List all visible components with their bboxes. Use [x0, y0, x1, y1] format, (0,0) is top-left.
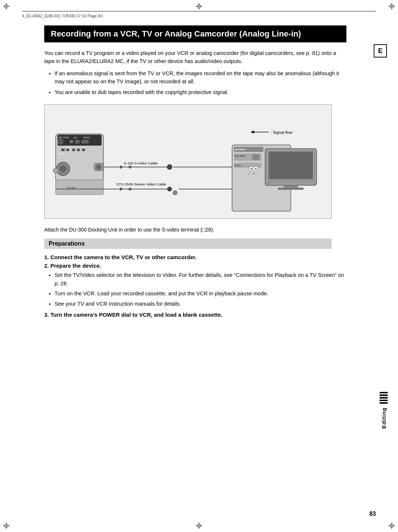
- svg-text:DU-300: DU-300: [67, 187, 76, 189]
- svg-text:L: L: [249, 173, 250, 175]
- sidebar-label: Editing: [381, 407, 387, 429]
- page-number: 83: [369, 511, 376, 517]
- svg-text:R: R: [254, 173, 255, 175]
- editing-line-3: [380, 397, 388, 399]
- svg-point-20: [59, 165, 67, 173]
- svg-text:ON/OFF: ON/OFF: [83, 137, 90, 139]
- preparations-header: Preparations: [44, 239, 332, 249]
- editing-line-2: [380, 394, 388, 396]
- step-3: 3. Turn the camera’s POWER dial to VCR, …: [44, 312, 346, 318]
- svg-rect-28: [81, 140, 89, 144]
- editing-line-5: [380, 402, 388, 404]
- svg-point-53: [167, 187, 172, 191]
- svg-rect-72: [278, 188, 304, 190]
- svg-marker-76: [251, 131, 254, 134]
- svg-text:STV-250N Stereo Video Cable: STV-250N Stereo Video Cable: [116, 182, 166, 186]
- intro-bullet-1: If an anomalous signal is sent from the …: [55, 69, 346, 86]
- editing-sidebar: Editing: [380, 392, 388, 429]
- svg-rect-33: [72, 149, 75, 151]
- svg-rect-60: [252, 154, 260, 160]
- editing-lines-decoration: [380, 392, 388, 404]
- svg-text:▶/II: ▶/II: [74, 137, 77, 139]
- svg-rect-35: [82, 149, 85, 151]
- svg-marker-49: [120, 187, 124, 191]
- svg-marker-51: [127, 187, 131, 191]
- svg-rect-27: [75, 140, 80, 144]
- svg-text:DEFECTS: DEFECTS: [78, 146, 85, 148]
- svg-rect-31: [61, 149, 65, 151]
- intro-bullets: If an anomalous signal is sent from the …: [55, 69, 346, 96]
- svg-text:: Signal flow: : Signal flow: [270, 131, 292, 135]
- svg-point-54: [173, 191, 177, 195]
- svg-rect-32: [66, 149, 69, 151]
- svg-text:AUDIO: AUDIO: [235, 164, 241, 167]
- page-header: 4_ELURA2_E(80-92) 7/25/00 17:16 Page 83: [22, 11, 376, 18]
- svg-point-39: [53, 168, 58, 173]
- svg-point-52: [167, 164, 172, 170]
- step-2-bullet-2: Turn on the VCR. Load your recorded cass…: [55, 289, 346, 298]
- svg-text:REC PAUSE: REC PAUSE: [59, 137, 69, 139]
- svg-point-25: [58, 139, 63, 145]
- page-title: Recording from a VCR, TV or Analog Camco…: [44, 25, 346, 42]
- intro-paragraph: You can record a TV program or a video p…: [44, 49, 346, 66]
- svg-point-64: [251, 168, 253, 170]
- step-2-bullet-1: Set the TV/Video selector on the televis…: [55, 271, 346, 288]
- step-2-bullets: Set the TV/Video selector on the televis…: [55, 271, 346, 308]
- step-2-header: 2. Prepare the device.: [44, 262, 346, 269]
- svg-point-67: [255, 168, 257, 170]
- svg-text:S-150 S-video Cable: S-150 S-video Cable: [123, 161, 157, 165]
- svg-rect-37: [56, 180, 104, 195]
- intro-bullet-2: You are unable to dub tapes recorded wit…: [55, 88, 346, 96]
- svg-point-42: [98, 166, 100, 168]
- svg-text:OUTPUT: OUTPUT: [235, 148, 246, 151]
- header-text: 4_ELURA2_E(80-92) 7/25/00 17:16 Page 83: [22, 14, 102, 18]
- diagram-caption: Attach the DU-300 Docking Unit in order …: [44, 227, 346, 233]
- svg-rect-34: [77, 149, 80, 151]
- svg-text:REC SEARCH: REC SEARCH: [63, 146, 73, 148]
- connection-diagram: REC PAUSE ▶/II ON/OFF REC SEARCH DEFECTS…: [44, 104, 332, 219]
- svg-text:(LINE-IN): (LINE-IN): [59, 153, 66, 155]
- section-badge-e: E: [374, 44, 387, 58]
- step-2-bullet-3: See your TV and VCR instruction manuals …: [55, 300, 346, 308]
- svg-point-26: [70, 140, 73, 144]
- svg-rect-70: [269, 152, 313, 179]
- svg-text:S(S)-VIDEO: S(S)-VIDEO: [235, 155, 246, 157]
- editing-line-1: [380, 392, 388, 393]
- svg-marker-44: [120, 165, 124, 169]
- editing-line-4: [380, 400, 388, 401]
- step-1: 1. Connect the camera to the VCR, TV or …: [44, 254, 346, 260]
